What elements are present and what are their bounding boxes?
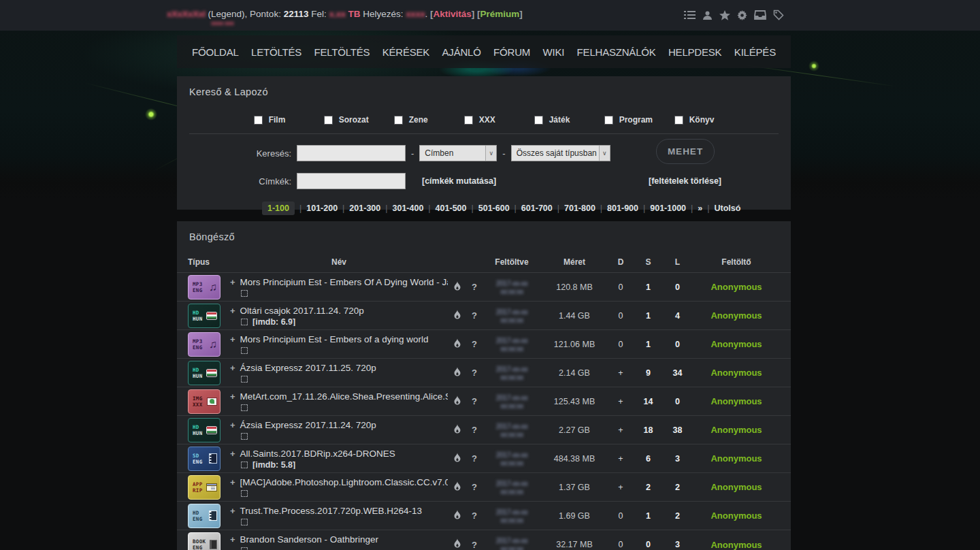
seeders-count[interactable]: 2 — [634, 483, 662, 492]
nav-wiki[interactable]: WIKI — [543, 46, 565, 58]
leechers-count[interactable]: 2 — [662, 511, 693, 521]
category-icon[interactable]: HDHUN — [188, 361, 220, 385]
flame-icon[interactable] — [448, 395, 467, 408]
premium-link[interactable]: Prémium — [480, 9, 519, 19]
torrent-title-link[interactable]: [MAC]Adobe.Photoshop.Lightroom.Classic.C… — [240, 477, 448, 487]
selection-box-icon[interactable] — [241, 462, 248, 468]
leechers-count[interactable]: 3 — [662, 540, 693, 549]
unknown-status-icon[interactable]: ? — [467, 368, 482, 378]
seeders-count[interactable]: 6 — [634, 454, 662, 464]
unknown-status-icon[interactable]: ? — [467, 339, 482, 349]
flame-icon[interactable] — [448, 510, 467, 522]
filter-sorozat[interactable]: Sorozat — [324, 115, 394, 125]
flame-icon[interactable] — [448, 453, 467, 465]
seeders-count[interactable]: 1 — [634, 511, 662, 521]
col-d[interactable]: D — [607, 257, 634, 267]
table-row[interactable]: HDENG +Trust.The.Process.2017.720p.WEB.H… — [177, 502, 791, 530]
expand-plus-icon[interactable]: + — [230, 306, 235, 316]
leechers-count[interactable]: 2 — [662, 483, 693, 492]
selection-box-icon[interactable] — [241, 433, 248, 440]
uploader-link[interactable]: Anonymous — [693, 368, 780, 378]
table-row[interactable]: MP3ENG ♫ +Mors Principium Est - Embers O… — [177, 273, 791, 302]
category-icon[interactable]: MP3ENG ♫ — [188, 275, 220, 300]
page-link[interactable]: 201-300 — [338, 204, 380, 213]
category-icon[interactable]: HDHUN — [188, 418, 220, 442]
selection-box-icon[interactable] — [241, 376, 248, 383]
search-type-select[interactable]: Összes saját típusban∨ — [511, 145, 610, 161]
username-censored[interactable]: xXxXxXxl — [167, 9, 206, 19]
zene-checkbox[interactable] — [394, 116, 403, 125]
go-button[interactable]: MEHET — [656, 139, 715, 164]
uploader-link[interactable]: Anonymous — [693, 339, 780, 349]
page-link[interactable]: 901-1000 — [638, 204, 686, 213]
nav-feltoltes[interactable]: FELTÖLTÉS — [314, 46, 370, 58]
seeders-count[interactable]: 18 — [634, 425, 662, 435]
nav-letoltes[interactable]: LETÖLTÉS — [251, 46, 301, 58]
selection-box-icon[interactable] — [241, 404, 248, 411]
unknown-status-icon[interactable]: ? — [467, 282, 482, 292]
page-link[interactable]: 701-800 — [553, 204, 595, 213]
expand-plus-icon[interactable]: + — [230, 334, 235, 344]
leechers-count[interactable]: 0 — [662, 340, 693, 349]
activity-link[interactable]: Aktivitás — [433, 9, 471, 19]
torrent-title-link[interactable]: Mors Principium Est - Embers Of A Dying … — [240, 277, 448, 287]
unknown-status-icon[interactable]: ? — [467, 453, 482, 464]
nav-felhasznalok[interactable]: FELHASZNÁLÓK — [577, 46, 656, 58]
expand-plus-icon[interactable]: + — [230, 449, 235, 459]
seeders-count[interactable]: 1 — [634, 311, 662, 321]
page-active[interactable]: 1-100 — [262, 201, 295, 215]
col-l[interactable]: L — [662, 257, 693, 267]
torrent-title-link[interactable]: Mors Principium Est - Embers of a dying … — [240, 334, 429, 344]
category-icon[interactable]: BOOKENG — [188, 532, 220, 550]
table-row[interactable]: APPRIP +[MAC]Adobe.Photoshop.Lightroom.C… — [177, 473, 791, 502]
nav-kilepes[interactable]: KILÉPÉS — [734, 46, 776, 58]
unknown-status-icon[interactable]: ? — [467, 425, 482, 435]
film-checkbox[interactable] — [254, 116, 263, 125]
clear-filters-link[interactable]: [feltételek törlése] — [649, 176, 721, 186]
search-field-select[interactable]: Címben∨ — [419, 145, 497, 161]
program-checkbox[interactable] — [604, 116, 613, 125]
page-link[interactable]: 801-900 — [595, 204, 638, 213]
filter-program[interactable]: Program — [604, 115, 674, 125]
flame-icon[interactable] — [448, 481, 467, 494]
filter-konyv[interactable]: Könyv — [674, 115, 715, 125]
unknown-status-icon[interactable]: ? — [467, 310, 482, 321]
category-icon[interactable]: IMGXXX — [188, 389, 220, 414]
torrent-title-link[interactable]: Trust.The.Process.2017.720p.WEB.H264-13 — [240, 506, 422, 516]
xxx-checkbox[interactable] — [464, 116, 473, 125]
page-link[interactable]: 301-400 — [380, 204, 423, 213]
tag-icon[interactable] — [773, 10, 784, 20]
leechers-count[interactable]: 0 — [662, 282, 693, 292]
flame-icon[interactable] — [448, 424, 467, 436]
uploader-link[interactable]: Anonymous — [693, 425, 780, 435]
expand-plus-icon[interactable]: + — [230, 477, 235, 487]
expand-plus-icon[interactable]: + — [230, 534, 235, 545]
category-icon[interactable]: SDENG — [188, 447, 220, 471]
flame-icon[interactable] — [448, 310, 467, 322]
col-tipus[interactable]: Típus — [188, 257, 230, 267]
uploader-link[interactable]: Anonymous — [693, 453, 780, 464]
page-link[interactable]: 101-200 — [295, 204, 338, 213]
col-s[interactable]: S — [634, 257, 662, 267]
page-last-link[interactable]: Utolsó — [702, 204, 740, 213]
table-row[interactable]: SDENG +All.Saints.2017.BDRip.x264-DRONES… — [177, 444, 791, 473]
selection-box-icon[interactable] — [241, 519, 248, 525]
category-icon[interactable]: HDHUN — [188, 304, 220, 328]
filter-zene[interactable]: Zene — [394, 115, 464, 125]
seeders-count[interactable]: 14 — [634, 397, 662, 406]
nav-keresek[interactable]: KÉRÉSEK — [382, 46, 429, 58]
nav-ajanlo[interactable]: AJÁNLÓ — [442, 46, 481, 58]
table-row[interactable]: MP3ENG ♫ +Mors Principium Est - Embers o… — [177, 330, 791, 359]
col-nev[interactable]: Név — [230, 257, 448, 267]
star-icon[interactable] — [719, 10, 730, 20]
leechers-count[interactable]: 0 — [662, 397, 693, 406]
nav-fooldal[interactable]: FŐOLDAL — [192, 46, 239, 58]
category-icon[interactable]: APPRIP — [188, 475, 220, 500]
torrent-title-link[interactable]: Ázsia Expressz 2017.11.24. 720p — [240, 420, 376, 430]
selection-box-icon[interactable] — [241, 490, 248, 497]
table-row[interactable]: HDHUN +Oltári csajok 2017.11.24. 720p [i… — [177, 302, 791, 330]
unknown-status-icon[interactable]: ? — [467, 540, 482, 550]
selection-box-icon[interactable] — [241, 319, 248, 325]
nav-forum[interactable]: FÓRUM — [493, 46, 530, 58]
page-link[interactable]: 501-600 — [466, 204, 509, 213]
